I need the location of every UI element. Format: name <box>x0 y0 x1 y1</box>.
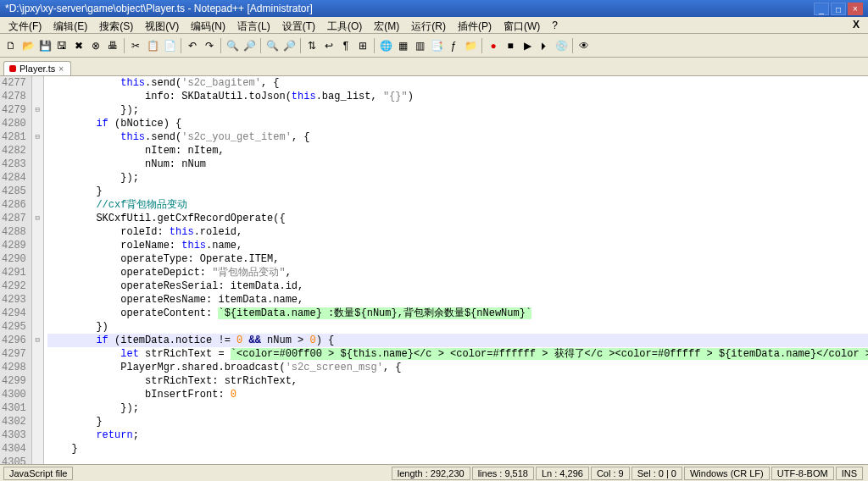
menu-close-x[interactable]: X <box>848 19 865 31</box>
menu-item-9[interactable]: 运行(R) <box>406 19 451 31</box>
menu-item-12[interactable]: ? <box>547 19 563 31</box>
code-line[interactable]: roleName: this.name, <box>47 239 868 252</box>
maximize-button[interactable]: □ <box>831 3 846 15</box>
menu-item-5[interactable]: 语言(L) <box>232 19 275 31</box>
line-number: 4281 <box>2 130 26 144</box>
menu-item-11[interactable]: 窗口(W) <box>498 19 545 31</box>
fold-marker[interactable]: ⊟ <box>32 103 43 117</box>
lang-icon[interactable]: 🌐 <box>378 38 393 53</box>
code-line[interactable]: operateType: Operate.ITEM, <box>47 252 868 266</box>
code-line[interactable]: } <box>47 415 868 428</box>
code-line[interactable] <box>47 456 868 464</box>
line-number: 4300 <box>2 388 26 401</box>
print-icon[interactable]: 🖶 <box>105 38 120 53</box>
code-line[interactable]: }); <box>47 401 868 415</box>
sync-scroll-icon[interactable]: ⇅ <box>304 38 320 53</box>
menu-item-6[interactable]: 设置(T) <box>277 19 320 31</box>
code-line[interactable]: operateDepict: "背包物品变动", <box>47 266 868 279</box>
code-line[interactable]: this.send('s2c_you_get_item', { <box>47 130 868 144</box>
tab-close-icon[interactable]: × <box>58 64 64 74</box>
menu-item-4[interactable]: 编码(N) <box>186 19 231 31</box>
code-line[interactable]: operateResSerial: itemData.id, <box>47 279 868 293</box>
new-file-icon[interactable]: 🗋 <box>3 38 19 53</box>
fold-marker[interactable]: ⊟ <box>32 334 43 347</box>
folder-view-icon[interactable]: 📁 <box>463 38 478 53</box>
code-line[interactable]: operateResName: itemData.name, <box>47 293 868 307</box>
function-list-icon[interactable]: ƒ <box>446 38 461 53</box>
code-line[interactable]: if (itemData.notice != 0 && nNum > 0) { <box>47 334 868 347</box>
save-macro-icon[interactable]: 💿 <box>554 38 569 53</box>
code-line[interactable]: info: SKDataUtil.toJson(this.bag_list, "… <box>47 90 868 103</box>
status-bar: JavaScript file length : 292,230 lines :… <box>0 464 868 481</box>
close-window-button[interactable]: × <box>848 3 863 15</box>
undo-icon[interactable]: ↶ <box>185 38 200 53</box>
stop-macro-icon[interactable]: ■ <box>503 38 518 53</box>
line-number: 4292 <box>2 279 26 293</box>
code-line[interactable]: return; <box>47 428 868 442</box>
code-line[interactable]: nNum: nNum <box>47 158 868 171</box>
zoom-out-icon[interactable]: 🔎 <box>281 38 297 53</box>
menu-item-3[interactable]: 视图(V) <box>140 19 184 31</box>
code-area[interactable]: this.send('s2c_bagitem', { info: SKDataU… <box>44 76 868 464</box>
menu-item-1[interactable]: 编辑(E) <box>48 19 92 31</box>
doc-map-icon[interactable]: 📑 <box>429 38 444 53</box>
line-number: 4295 <box>2 320 26 334</box>
code-line[interactable]: //cxf背包物品变动 <box>47 198 868 212</box>
code-line[interactable]: SKCxfUtil.getCxfRecordOperate({ <box>47 212 868 225</box>
status-lang: JavaScript file <box>3 467 73 480</box>
fold-marker <box>32 388 43 401</box>
code-line[interactable]: } <box>47 442 868 456</box>
fold-marker[interactable]: ⊟ <box>32 212 43 225</box>
menu-item-2[interactable]: 搜索(S) <box>94 19 138 31</box>
menu-item-8[interactable]: 宏(M) <box>369 19 404 31</box>
code-line[interactable]: nItem: nItem, <box>47 144 868 158</box>
code-line[interactable]: strRichText: strRichText, <box>47 374 868 388</box>
code-line[interactable]: operateContent: `${itemData.name} :数量${n… <box>47 307 868 320</box>
minimize-button[interactable]: _ <box>814 3 829 15</box>
code-line[interactable]: }); <box>47 171 868 185</box>
fold-marker <box>32 320 43 334</box>
fold-margin[interactable]: ⊟⊟⊟⊟⊟⊟ <box>32 76 44 464</box>
toolbar-separator <box>181 38 181 53</box>
word-wrap-icon[interactable]: ↩ <box>321 38 337 53</box>
paste-icon[interactable]: 📄 <box>162 38 177 53</box>
code-line[interactable]: }); <box>47 103 868 117</box>
fold-all-icon[interactable]: ▦ <box>395 38 410 53</box>
fold-marker <box>32 185 43 198</box>
menu-item-0[interactable]: 文件(F) <box>3 19 47 31</box>
code-line[interactable]: bInsertFront: 0 <box>47 388 868 401</box>
indent-guide-icon[interactable]: ⊞ <box>355 38 370 53</box>
save-all-icon[interactable]: 🖫 <box>54 38 70 53</box>
play-multi-icon[interactable]: ⏵ <box>537 38 552 53</box>
fold-marker[interactable]: ⊟ <box>32 130 43 144</box>
code-line[interactable]: let strRichText = `<color=#00ff00 > ${th… <box>47 347 868 361</box>
tab-player-ts[interactable]: Player.ts × <box>3 61 71 75</box>
code-line[interactable]: PlayerMgr.shared.broadcast('s2c_screen_m… <box>47 361 868 374</box>
replace-icon[interactable]: 🔎 <box>242 38 257 53</box>
menu-item-10[interactable]: 插件(P) <box>453 19 497 31</box>
code-line[interactable]: }) <box>47 320 868 334</box>
find-icon[interactable]: 🔍 <box>225 38 240 53</box>
toolbar-separator <box>220 38 221 53</box>
redo-icon[interactable]: ↷ <box>202 38 217 53</box>
code-line[interactable]: } <box>47 185 868 198</box>
open-file-icon[interactable]: 📂 <box>20 38 36 53</box>
cut-icon[interactable]: ✂ <box>128 38 143 53</box>
code-editor[interactable]: 4277427842794280428142824283428442854286… <box>0 76 868 464</box>
code-line[interactable]: this.send('s2c_bagitem', { <box>47 76 868 90</box>
close-file-icon[interactable]: ✖ <box>71 38 86 53</box>
code-line[interactable]: roleId: this.roleid, <box>47 225 868 239</box>
monitor-icon[interactable]: 👁 <box>576 38 592 53</box>
menu-item-7[interactable]: 工具(O) <box>322 19 367 31</box>
zoom-in-icon[interactable]: 🔍 <box>264 38 280 53</box>
play-macro-icon[interactable]: ▶ <box>520 38 535 53</box>
tab-label: Player.ts <box>19 64 55 74</box>
fold-marker <box>32 117 43 130</box>
save-icon[interactable]: 💾 <box>37 38 53 53</box>
copy-icon[interactable]: 📋 <box>145 38 160 53</box>
record-macro-icon[interactable]: ● <box>486 38 501 53</box>
close-all-icon[interactable]: ⊗ <box>88 38 103 53</box>
unfold-all-icon[interactable]: ▥ <box>412 38 427 53</box>
all-chars-icon[interactable]: ¶ <box>338 38 353 53</box>
code-line[interactable]: if (bNotice) { <box>47 117 868 130</box>
